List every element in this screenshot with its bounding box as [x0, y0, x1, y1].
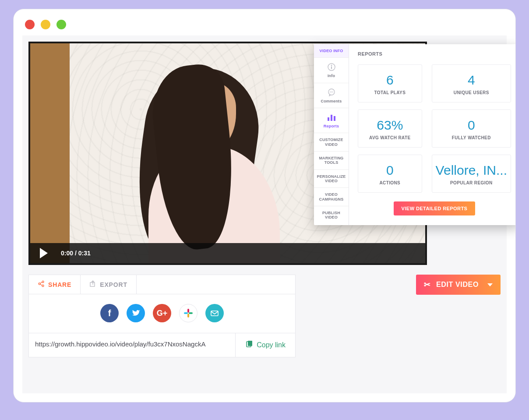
window-traffic-lights [14, 9, 515, 35]
sidenav-reports[interactable]: Reports [314, 108, 349, 133]
edit-video-button[interactable]: ✂ EDIT VIDEO [416, 275, 501, 295]
stat-actions: 0 ACTIONS [358, 155, 422, 193]
svg-point-5 [331, 92, 332, 92]
svg-rect-20 [211, 311, 218, 316]
reports-heading: REPORTS [358, 51, 511, 56]
stat-avg-watch-rate: 63% AVG WATCH RATE [358, 109, 422, 148]
svg-rect-9 [334, 116, 335, 121]
bottom-row: SHARE EXPORT f G+ [22, 265, 507, 357]
svg-line-13 [40, 282, 42, 283]
sidenav-marketing-tools[interactable]: MARKETING TOOLS [314, 152, 349, 170]
app-content: 0:00 / 0:31 VIDEO INFO Info [22, 35, 507, 393]
chevron-down-icon [487, 283, 493, 286]
stat-unique-users: 4 UNIQUE USERS [432, 64, 511, 102]
svg-rect-2 [331, 67, 332, 69]
svg-rect-18 [187, 314, 189, 318]
svg-line-14 [40, 284, 42, 286]
bar-chart-icon [327, 113, 336, 122]
sidenav-customize-video[interactable]: CUSTOMIZE VIDEO [314, 133, 349, 152]
slack-icon[interactable] [179, 304, 197, 322]
sidenav-publish-video[interactable]: PUBLISH VIDEO [314, 206, 349, 224]
comments-icon [327, 88, 336, 97]
sidenav-video-info[interactable]: VIDEO INFO [314, 44, 349, 58]
facebook-icon[interactable]: f [100, 304, 119, 322]
social-row: f G+ [29, 294, 295, 333]
close-window-dot[interactable] [25, 20, 35, 29]
video-section: 0:00 / 0:31 VIDEO INFO Info [22, 35, 507, 265]
stats-grid: 6 TOTAL PLAYS 4 UNIQUE USERS 63% AVG WAT… [358, 64, 511, 193]
google-plus-icon[interactable]: G+ [153, 304, 171, 322]
stat-total-plays: 6 TOTAL PLAYS [358, 64, 422, 102]
browser-window: 0:00 / 0:31 VIDEO INFO Info [13, 9, 516, 402]
tab-export[interactable]: EXPORT [81, 275, 137, 294]
sidenav-video-campaigns[interactable]: VIDEO CAMPAIGNS [314, 188, 349, 206]
svg-rect-19 [189, 312, 193, 314]
svg-rect-16 [187, 309, 189, 313]
sidenav-comments[interactable]: Comments [314, 83, 349, 108]
svg-rect-17 [184, 312, 188, 314]
export-icon [89, 280, 96, 289]
sidenav-info[interactable]: Info [314, 58, 349, 83]
tab-share[interactable]: SHARE [29, 275, 81, 294]
twitter-icon[interactable] [127, 304, 145, 322]
analytics-panel: VIDEO INFO Info Comments [314, 44, 516, 225]
svg-point-4 [330, 92, 331, 92]
svg-rect-15 [90, 282, 95, 286]
copy-icon [245, 340, 253, 350]
stat-fully-watched: 0 FULLY WATCHED [432, 109, 511, 148]
share-tabs: SHARE EXPORT [29, 275, 295, 294]
copy-link-button[interactable]: Copy link [236, 333, 295, 357]
share-card: SHARE EXPORT f G+ [28, 275, 296, 357]
info-icon [327, 62, 336, 72]
video-controls-bar: 0:00 / 0:31 [30, 243, 425, 263]
email-icon[interactable] [205, 304, 224, 322]
svg-rect-8 [331, 115, 332, 121]
svg-point-6 [332, 92, 333, 92]
view-detailed-reports-button[interactable]: VIEW DETAILED REPORTS [394, 201, 476, 215]
play-icon[interactable] [40, 248, 48, 258]
share-link-row: https://growth.hippovideo.io/video/play/… [29, 333, 295, 357]
maximize-window-dot[interactable] [56, 20, 66, 29]
svg-rect-22 [248, 341, 252, 346]
panel-side-nav: VIDEO INFO Info Comments [314, 44, 349, 225]
share-icon [38, 280, 45, 289]
video-person-illustration [127, 59, 284, 265]
sidenav-personalize-video[interactable]: PERSONALIZE VIDEO [314, 170, 349, 188]
video-time-display: 0:00 / 0:31 [61, 250, 91, 257]
share-url[interactable]: https://growth.hippovideo.io/video/play/… [29, 333, 236, 357]
svg-point-1 [331, 65, 332, 66]
reports-pane: REPORTS 6 TOTAL PLAYS 4 UNIQUE USERS 63% [349, 44, 516, 225]
svg-rect-7 [328, 117, 329, 121]
minimize-window-dot[interactable] [41, 20, 50, 29]
scissors-icon: ✂ [424, 280, 431, 289]
stat-popular-region: Vellore, IN... POPULAR REGION [432, 155, 511, 193]
